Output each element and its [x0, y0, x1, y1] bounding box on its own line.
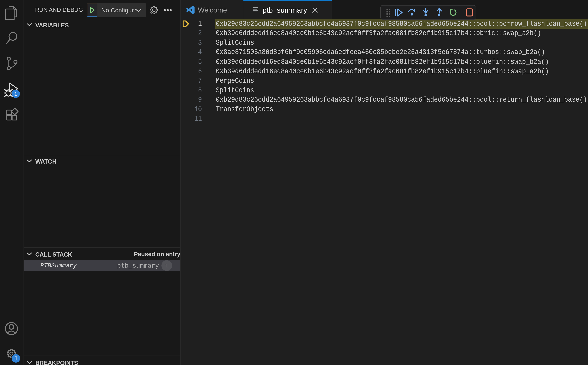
- svg-text:1: 1: [14, 355, 17, 362]
- svg-text:1: 1: [14, 91, 17, 97]
